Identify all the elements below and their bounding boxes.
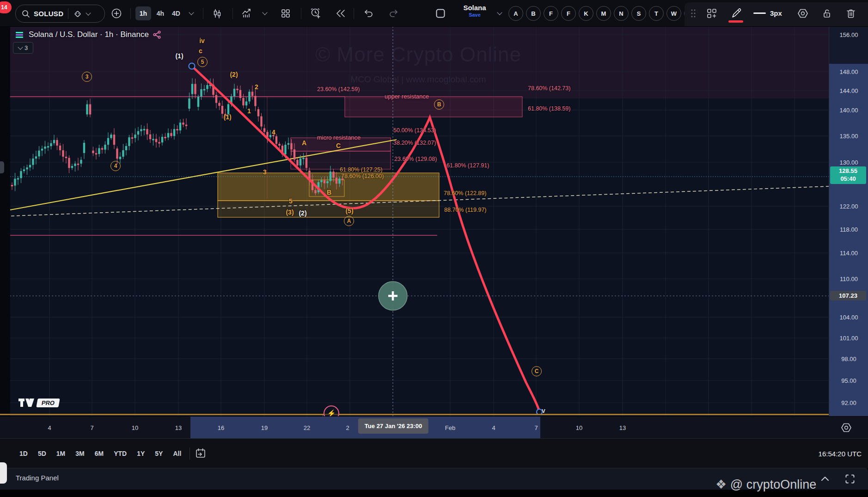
range-button-ytd[interactable]: YTD xyxy=(110,447,130,460)
letter-button-s-7[interactable]: S xyxy=(631,6,646,21)
range-button-5y[interactable]: 5Y xyxy=(151,447,166,460)
drag-handle[interactable] xyxy=(689,0,698,26)
price-axis-highlight xyxy=(829,64,868,416)
range-button-1y[interactable]: 1Y xyxy=(133,447,148,460)
divider xyxy=(232,8,233,19)
letter-button-a-0[interactable]: A xyxy=(508,6,523,21)
panel-pull-tab[interactable] xyxy=(0,462,7,484)
replay-button[interactable] xyxy=(333,0,348,26)
range-button-1m[interactable]: 1M xyxy=(53,447,69,460)
redo-button[interactable] xyxy=(386,0,401,26)
fib-label: 78.60% (142.73) xyxy=(528,85,570,92)
chevron-up-icon[interactable] xyxy=(819,473,831,485)
line-width-sample[interactable] xyxy=(753,12,766,14)
time-tick: 4 xyxy=(48,417,51,439)
range-button-all[interactable]: All xyxy=(169,447,185,460)
chart-style-candles-button[interactable] xyxy=(211,0,224,26)
line-width-label[interactable]: 3px xyxy=(770,9,782,17)
letter-button-w-9[interactable]: W xyxy=(666,6,681,21)
hexagon-gear-icon xyxy=(797,7,809,19)
wave-label: 2 xyxy=(255,83,258,91)
timeframe-4h[interactable]: 4h xyxy=(153,6,168,20)
sidebar-handle[interactable] xyxy=(0,161,4,173)
clock-utc[interactable]: 16:54:20 UTC xyxy=(819,439,862,468)
letter-button-b-1[interactable]: B xyxy=(526,6,541,21)
range-button-6m[interactable]: 6M xyxy=(91,447,107,460)
time-tick: Feb xyxy=(445,417,455,439)
expand-icon[interactable] xyxy=(844,473,856,485)
wave-label: 4 xyxy=(272,129,275,136)
letter-button-t-8[interactable]: T xyxy=(649,6,664,21)
go-to-date-icon[interactable] xyxy=(195,448,207,460)
baseline-gold-line xyxy=(0,414,829,415)
notification-badge[interactable]: 14 xyxy=(0,1,12,13)
square-icon xyxy=(435,8,446,19)
micro-resistance-label[interactable]: micro resistance xyxy=(317,134,361,141)
wave-label: c xyxy=(199,47,202,55)
fib-label: 78.60% (122.89) xyxy=(444,190,486,196)
price-tick: 101.00 xyxy=(829,335,868,342)
grid-icon xyxy=(281,8,291,18)
undo-button[interactable] xyxy=(361,0,376,26)
select-tool-button[interactable] xyxy=(433,0,448,26)
price-axis[interactable]: 156.00148.00144.00140.00135.00130.00122.… xyxy=(829,26,868,416)
divider xyxy=(354,8,354,19)
object-tree-toggle[interactable]: 3 xyxy=(13,42,33,54)
top-toolbar: 14 SOLUSD 1h 4h 4D xyxy=(0,0,868,27)
wave-label: 4 xyxy=(110,161,121,171)
upper-resistance-label[interactable]: upper resistance xyxy=(385,93,429,100)
price-tick: 110.00 xyxy=(829,276,868,282)
chart-canvas xyxy=(0,26,829,416)
share-icon[interactable] xyxy=(153,30,162,39)
diamond-pair-icon[interactable] xyxy=(73,9,82,18)
letter-button-f-2[interactable]: F xyxy=(544,6,558,21)
tradingview-logo[interactable]: PRO xyxy=(18,398,59,408)
projection-start-marker[interactable] xyxy=(189,63,195,69)
symbol-search[interactable]: SOLUSD xyxy=(15,5,105,23)
price-tick: 114.00 xyxy=(829,250,868,257)
range-button-1d[interactable]: 1D xyxy=(16,447,31,460)
time-tick: 13 xyxy=(619,417,626,439)
diamond-logo-icon: ❖ xyxy=(715,478,727,491)
support-zone-bottom[interactable] xyxy=(218,201,439,217)
layout-grid-button[interactable] xyxy=(278,0,293,26)
axis-settings-icon[interactable] xyxy=(840,422,852,434)
crosshair-time-badge: Tue 27 Jan '26 23:00 xyxy=(358,418,428,434)
upper-resistance-zone[interactable] xyxy=(345,97,522,117)
timeframe-menu[interactable] xyxy=(187,0,196,26)
range-button-5d[interactable]: 5D xyxy=(34,447,50,460)
range-button-3m[interactable]: 3M xyxy=(72,447,88,460)
wave-label: C xyxy=(532,366,542,376)
timeframe-1h[interactable]: 1h xyxy=(135,6,151,20)
time-tick: 10 xyxy=(576,417,582,439)
time-axis[interactable]: 4710131619222Feb471013 Tue 27 Jan '26 23… xyxy=(0,416,868,439)
object-count: 3 xyxy=(24,44,28,51)
lock-button[interactable] xyxy=(819,0,834,26)
add-symbol-button[interactable] xyxy=(110,0,123,26)
layout-menu[interactable] xyxy=(495,0,504,26)
letter-button-k-4[interactable]: K xyxy=(579,6,593,21)
divider xyxy=(68,8,68,19)
alert-button[interactable] xyxy=(308,0,324,26)
delete-button[interactable] xyxy=(844,0,858,26)
layout-save[interactable]: Solana Save xyxy=(458,4,491,18)
letter-button-f-3[interactable]: F xyxy=(561,6,576,21)
settings-button[interactable] xyxy=(795,0,811,26)
add-widget-button[interactable] xyxy=(704,0,719,26)
projection-path[interactable] xyxy=(192,66,539,411)
fib-label: 23.60% (142.59) xyxy=(317,86,360,92)
save-button[interactable]: Save xyxy=(458,12,491,18)
chevron-down-icon[interactable] xyxy=(86,10,91,15)
indicators-menu[interactable] xyxy=(260,0,269,26)
letter-button-m-5[interactable]: M xyxy=(596,6,611,21)
letter-button-n-6[interactable]: N xyxy=(614,6,629,21)
current-price: 128.55 xyxy=(830,167,866,175)
chart-area[interactable]: © More Crypto Online MCO Global | www.mc… xyxy=(0,26,829,416)
timeframe-4d[interactable]: 4D xyxy=(168,6,184,20)
tradingview-app: 14 SOLUSD 1h 4h 4D xyxy=(0,0,868,497)
chevron-down-icon xyxy=(18,44,23,49)
indicators-button[interactable] xyxy=(239,0,254,26)
wave-label: v xyxy=(542,407,545,414)
symbol-header[interactable]: Solana / U.S. Dollar · 1h · Binance xyxy=(14,29,162,40)
redo-icon xyxy=(388,8,399,19)
